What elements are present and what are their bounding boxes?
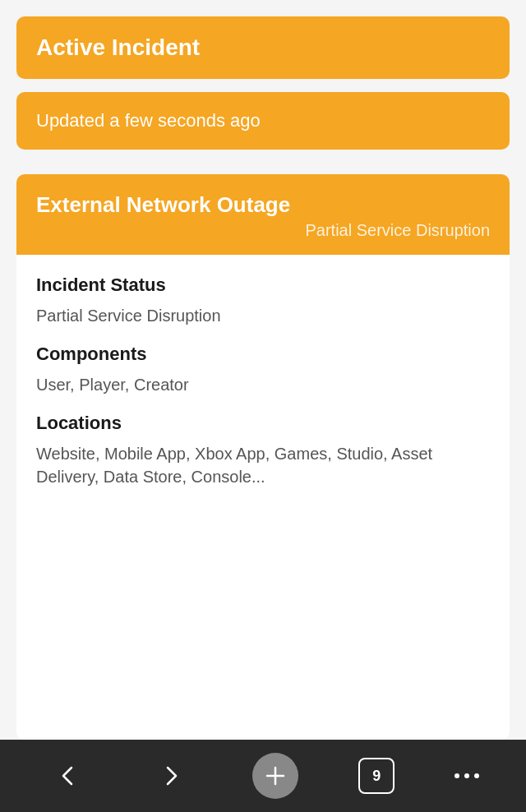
locations-label: Locations: [36, 413, 490, 434]
updated-banner: Updated a few seconds ago: [16, 92, 510, 150]
active-incident-banner: Active Incident: [16, 16, 510, 79]
add-button[interactable]: [252, 753, 298, 799]
components-label: Components: [36, 344, 490, 365]
incident-status-label: Incident Status: [36, 275, 490, 296]
updated-timestamp: Updated a few seconds ago: [36, 110, 261, 131]
dot-1: [454, 773, 459, 778]
dot-2: [464, 773, 469, 778]
dot-3: [474, 773, 479, 778]
locations-section: Locations Website, Mobile App, Xbox App,…: [36, 413, 490, 488]
incident-card: External Network Outage Partial Service …: [16, 174, 510, 740]
incident-status-value: Partial Service Disruption: [36, 304, 490, 327]
back-icon: [55, 763, 81, 789]
active-incident-title: Active Incident: [36, 35, 200, 60]
plus-icon: [264, 764, 287, 787]
locations-value: Website, Mobile App, Xbox App, Games, St…: [36, 442, 490, 488]
components-section: Components User, Player, Creator: [36, 344, 490, 396]
incident-status-section: Incident Status Partial Service Disrupti…: [36, 275, 490, 327]
incident-card-body: Incident Status Partial Service Disrupti…: [16, 255, 510, 740]
back-button[interactable]: [47, 754, 90, 797]
bottom-nav: 9: [0, 740, 526, 812]
forward-button[interactable]: [150, 754, 192, 797]
tab-count: 9: [372, 768, 381, 785]
tabs-button[interactable]: 9: [358, 758, 394, 794]
components-value: User, Player, Creator: [36, 373, 490, 396]
incident-name: External Network Outage: [36, 192, 290, 218]
forward-icon: [158, 763, 184, 789]
main-content: Active Incident Updated a few seconds ag…: [0, 0, 526, 740]
incident-subtitle: Partial Service Disruption: [305, 221, 490, 240]
more-button[interactable]: [454, 773, 479, 778]
incident-card-header: External Network Outage Partial Service …: [16, 174, 510, 255]
